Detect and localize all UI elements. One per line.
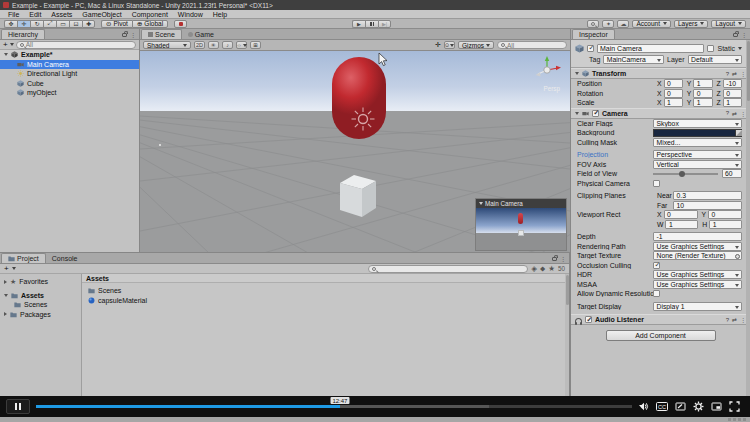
menu-window[interactable]: Window [173, 11, 208, 18]
slider-handle[interactable] [679, 171, 685, 177]
hierarchy-item-directional-light[interactable]: Directional Light [0, 69, 139, 79]
editor-search-button[interactable] [587, 20, 599, 28]
foldout-arrow-icon[interactable] [575, 72, 579, 75]
captions-icon[interactable]: CC [656, 402, 668, 411]
scene-lighting-toggle[interactable]: ☀ [208, 41, 219, 49]
help-icon[interactable]: ? [726, 71, 729, 77]
scene-search-input[interactable]: All [497, 41, 567, 49]
assets-folder-item[interactable]: Assets [0, 291, 81, 301]
menu-help[interactable]: Help [208, 11, 232, 18]
static-dropdown-icon[interactable] [738, 47, 742, 50]
clipping-far-field[interactable]: 10 [673, 201, 742, 210]
clear-flags-dropdown[interactable]: Skybox [653, 119, 742, 128]
pause-button[interactable] [365, 20, 378, 28]
position-x-field[interactable]: 0 [664, 79, 683, 88]
presets-icon[interactable]: ⇄ [732, 316, 737, 323]
background-color-swatch[interactable] [653, 129, 742, 137]
add-object-button[interactable]: + [3, 40, 8, 49]
help-icon[interactable]: ? [726, 110, 729, 116]
chevron-down-icon[interactable] [12, 267, 16, 270]
viewport-w-field[interactable]: 1 [665, 220, 698, 229]
foldout-arrow-icon[interactable] [4, 280, 7, 284]
search-by-type-icon[interactable]: ◈ [531, 264, 537, 273]
help-icon[interactable]: ? [726, 317, 729, 323]
scene-audio-toggle[interactable]: ♪ [222, 41, 233, 49]
miniplayer-icon[interactable] [711, 401, 722, 412]
object-picker-icon[interactable] [735, 254, 740, 259]
scale-x-field[interactable]: 1 [664, 98, 683, 107]
cube-object[interactable] [338, 170, 378, 218]
fov-axis-dropdown[interactable]: Vertical [653, 160, 742, 169]
feedback-icon[interactable] [675, 401, 686, 412]
lock-icon[interactable] [552, 257, 557, 261]
menu-edit[interactable]: Edit [24, 11, 46, 18]
target-display-dropdown[interactable]: Display 1 [653, 302, 742, 311]
menu-gameobject[interactable]: GameObject [77, 11, 126, 18]
save-search-icon[interactable]: ★ [548, 264, 555, 273]
tab-scene[interactable]: Scene [141, 29, 182, 39]
fov-value-field[interactable]: 60 [722, 169, 742, 178]
step-button[interactable]: ▶| [378, 20, 391, 28]
pivot-toggle[interactable]: ⊙Pivot [101, 20, 132, 28]
tab-project[interactable]: Project [1, 253, 46, 263]
2d-toggle[interactable]: 2D [194, 41, 205, 49]
rendering-path-dropdown[interactable]: Use Graphics Settings [653, 242, 742, 251]
position-z-field[interactable]: -10 [723, 79, 742, 88]
layout-dropdown[interactable]: Layout [711, 20, 746, 28]
play-button[interactable]: ▶ [352, 20, 365, 28]
transform-component-header[interactable]: Transform ?⇄⋮ [571, 68, 750, 79]
physical-camera-checkbox[interactable] [653, 180, 660, 187]
hierarchy-search-input[interactable]: All [16, 41, 136, 49]
component-tools-icon[interactable]: ✛ [435, 41, 441, 49]
scene-canvas[interactable]: Persp Main Camera [140, 51, 570, 252]
packages-folder-item[interactable]: Packages [0, 310, 81, 320]
viewport-y-field[interactable]: 0 [708, 210, 742, 219]
grid-visibility-dropdown[interactable]: ⊞ [250, 41, 261, 49]
undo-history-button[interactable]: ✦ [602, 20, 614, 28]
gameobject-icon[interactable] [575, 44, 584, 53]
scale-z-field[interactable]: 1 [723, 98, 742, 107]
menu-assets[interactable]: Assets [46, 11, 77, 18]
foldout-arrow-icon[interactable] [4, 312, 7, 316]
menu-component[interactable]: Component [127, 11, 173, 18]
fullscreen-icon[interactable] [729, 401, 740, 412]
move-tool-icon[interactable]: ✛ [17, 20, 30, 28]
presets-icon[interactable]: ⇄ [732, 110, 737, 117]
viewport-x-field[interactable]: 0 [664, 210, 698, 219]
occlusion-culling-checkbox[interactable] [653, 262, 660, 269]
audio-listener-checkbox[interactable] [585, 316, 592, 323]
clipping-near-field[interactable]: 0.3 [673, 191, 742, 200]
transform-tool-icon[interactable]: ⊡ [69, 20, 82, 28]
version-control-button[interactable] [174, 20, 187, 28]
scene-effects-dropdown[interactable]: ☼ [236, 41, 247, 49]
menu-file[interactable]: File [3, 11, 24, 18]
camera-enabled-checkbox[interactable] [592, 110, 599, 117]
fov-slider[interactable] [653, 169, 718, 178]
depth-field[interactable]: -1 [653, 232, 742, 241]
rotation-x-field[interactable]: 0 [664, 89, 683, 98]
layers-dropdown[interactable]: Layers [674, 20, 709, 28]
settings-gear-icon[interactable] [693, 401, 704, 412]
eyedropper-icon[interactable] [735, 130, 742, 136]
camera-component-header[interactable]: Camera ?⇄⋮ [571, 108, 750, 119]
favorites-item[interactable]: ★ Favorites [0, 277, 81, 287]
add-component-button[interactable]: Add Component [606, 330, 716, 341]
scenes-folder-item[interactable]: Scenes [0, 300, 81, 310]
rect-tool-icon[interactable]: ▭ [56, 20, 69, 28]
hand-tool-icon[interactable]: ✥ [4, 20, 17, 28]
volume-icon[interactable] [638, 401, 649, 412]
global-toggle[interactable]: ⊕Global [132, 20, 168, 28]
panel-menu-icon[interactable]: ⋮ [741, 31, 747, 38]
asset-item-scenes[interactable]: Scenes [82, 286, 569, 296]
tag-dropdown[interactable]: MainCamera [603, 55, 664, 64]
layer-dropdown[interactable]: Default [688, 55, 742, 64]
projection-mode-label[interactable]: Persp [544, 85, 560, 92]
video-pause-button[interactable] [6, 399, 30, 414]
position-y-field[interactable]: 1 [693, 79, 712, 88]
lock-icon[interactable] [733, 33, 738, 37]
hdr-dropdown[interactable]: Use Graphics Settings [653, 270, 742, 279]
foldout-arrow-icon[interactable] [4, 294, 8, 297]
msaa-dropdown[interactable]: Use Graphics Settings [653, 280, 742, 289]
project-search-input[interactable] [368, 265, 528, 273]
inspector-scrollbar[interactable] [746, 40, 750, 417]
